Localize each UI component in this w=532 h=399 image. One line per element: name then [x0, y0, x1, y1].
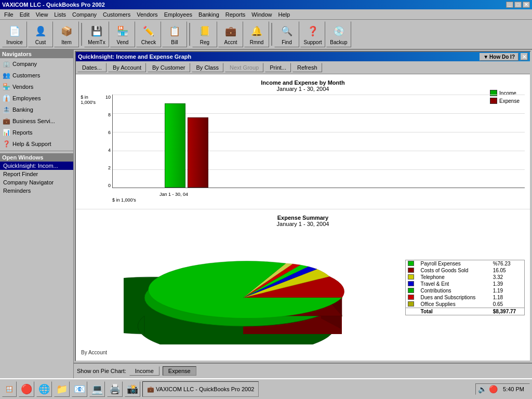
quickinsight-close-button[interactable]: ✕	[521, 53, 528, 60]
toolbar-check[interactable]: ✏️ Check	[136, 21, 161, 47]
nav-company[interactable]: 🏢 Company	[0, 58, 73, 70]
legend-label-telephone: Telephone	[419, 274, 491, 281]
taskbar-icon-2[interactable]: 🌐	[36, 381, 52, 397]
toolbar-vend[interactable]: 🏪 Vend	[110, 21, 135, 47]
toolbar-backup[interactable]: 💿 Backup	[326, 21, 351, 47]
menu-banking[interactable]: Banking	[195, 10, 222, 19]
toolbar-separator-1	[81, 23, 82, 46]
menu-employees[interactable]: Employees	[161, 10, 195, 19]
menu-company[interactable]: Company	[69, 10, 100, 19]
how-do-i-button[interactable]: ▼ How Do I?	[480, 53, 518, 61]
toolbar-separator-3	[271, 23, 272, 46]
y-tick-6: 6	[108, 130, 111, 135]
legend-row-telephone: Telephone 3.32	[406, 274, 525, 281]
y-tick-2: 2	[108, 165, 111, 170]
menu-file[interactable]: File	[1, 10, 17, 19]
toolbar-memtx[interactable]: 💾 MemTx	[84, 21, 109, 47]
expense-toggle-button[interactable]: Expense	[163, 366, 196, 376]
menu-help[interactable]: Help	[275, 10, 293, 19]
taskbar-icon-5[interactable]: 💻	[89, 381, 105, 397]
open-window-report-finder[interactable]: Report Finder	[0, 170, 73, 178]
window-title: VAXICOM LLC - QuickBooks Pro 2002	[2, 2, 105, 8]
by-account-button[interactable]: By Account	[108, 63, 146, 72]
expense-bar-jan	[188, 117, 208, 188]
pie-main-content: Payroll Expenses %76.23 Costs of Goods S…	[81, 227, 525, 348]
toolbar-invoice[interactable]: 📄 Invoice	[2, 21, 27, 47]
help-arrow-icon: ▼	[483, 54, 488, 60]
taskbar-icon-1[interactable]: 🔴	[19, 381, 34, 397]
legend-value-goods-sold: 16.05	[491, 267, 525, 274]
toolbar-item[interactable]: 📦 Item	[54, 21, 79, 47]
taskbar-icon-4[interactable]: 📧	[72, 381, 87, 397]
main-area: Navigators 🏢 Company 👥 Customers 🏪 Vendo…	[0, 50, 532, 378]
nav-vendors[interactable]: 🏪 Vendors	[0, 81, 73, 92]
taskbar-icon-3[interactable]: 📁	[54, 381, 70, 397]
nav-business-services[interactable]: 💼 Business Servi...	[0, 115, 73, 127]
bar-group-jan	[165, 103, 208, 188]
nav-reports[interactable]: 📊 Reports	[0, 127, 73, 138]
toolbar-rmnd[interactable]: 🔔 Rmnd	[244, 21, 269, 47]
open-window-quickinsight[interactable]: QuickInsight: Incom...	[0, 162, 73, 170]
toolbar-bill[interactable]: 📋 Bill	[162, 21, 187, 47]
window-controls[interactable]: _ □ ✕	[506, 2, 530, 8]
minimize-button[interactable]: _	[506, 2, 513, 8]
toolbar-reg[interactable]: 📒 Reg	[192, 21, 217, 47]
employees-nav-icon: 👔	[2, 94, 10, 102]
menu-view[interactable]: View	[33, 10, 51, 19]
maximize-button[interactable]: □	[514, 2, 522, 8]
refresh-button[interactable]: Refresh	[292, 63, 322, 72]
reports-nav-icon: 📊	[2, 128, 10, 137]
window-titlebar: VAXICOM LLC - QuickBooks Pro 2002 _ □ ✕	[0, 0, 532, 9]
menu-customers[interactable]: Customers	[100, 10, 134, 19]
y-tick-4: 4	[108, 148, 111, 153]
legend-label-dues: Dues and Subscriptions	[419, 294, 491, 301]
open-window-company-navigator[interactable]: Company Navigator	[0, 178, 73, 187]
nav-help-support[interactable]: ❓ Help & Support	[0, 138, 73, 150]
invoice-icon: 📄	[7, 24, 22, 38]
legend-color-dues	[408, 295, 414, 300]
toolbar-accnt[interactable]: 💼 Accnt	[218, 21, 243, 47]
nav-banking[interactable]: 🏦 Banking	[0, 104, 73, 115]
nav-customers[interactable]: 👥 Customers	[0, 70, 73, 81]
open-window-reminders[interactable]: Reminders	[0, 187, 73, 195]
bottom-bar: Show on Pie Chart: Income Expense	[74, 363, 532, 378]
legend-color-telephone	[408, 274, 414, 280]
by-customer-button[interactable]: By Customer	[148, 63, 190, 72]
menu-vendors[interactable]: Vendors	[134, 10, 161, 19]
memtx-icon: 💾	[89, 24, 104, 38]
print-button[interactable]: Print...	[265, 63, 291, 72]
reg-icon: 📒	[197, 24, 212, 38]
toolbar-cust[interactable]: 👤 Cust	[28, 21, 53, 47]
volume-icon[interactable]: 🔊	[478, 385, 487, 393]
y-units-label: $ in 1,000's	[112, 197, 525, 203]
start-button[interactable]: 🪟	[2, 381, 17, 397]
toolbar-support[interactable]: ❓ Support	[300, 21, 325, 47]
toolbar-find[interactable]: 🔍 Find	[274, 21, 299, 47]
help-support-nav-icon: ❓	[2, 140, 10, 148]
open-windows-title: Open Windows	[0, 153, 73, 162]
taskbar-icon-7[interactable]: 📸	[125, 381, 140, 397]
legend-label-contributions: Contributions	[419, 287, 491, 294]
by-class-button[interactable]: By Class	[192, 63, 223, 72]
menu-lists[interactable]: Lists	[51, 10, 69, 19]
quickinsight-controls: ▼ How Do I? ✕	[480, 53, 528, 61]
taskbar-app-quickbooks[interactable]: 💼 VAXICOM LLC - QuickBooks Pro 2002	[142, 381, 259, 397]
menu-window[interactable]: Window	[248, 10, 275, 19]
pie-chart-svg	[124, 230, 363, 344]
taskbar-icon-6[interactable]: 🖨️	[107, 381, 123, 397]
customers-nav-icon: 👥	[2, 71, 10, 79]
nav-employees[interactable]: 👔 Employees	[0, 92, 73, 104]
dates-button[interactable]: Dates...	[77, 63, 107, 72]
legend-value-telephone: 3.32	[491, 274, 525, 281]
antivirus-icon[interactable]: 🔴	[489, 385, 498, 393]
menu-edit[interactable]: Edit	[17, 10, 33, 19]
close-button[interactable]: ✕	[523, 2, 530, 8]
menu-reports[interactable]: Reports	[222, 10, 249, 19]
legend-row-contributions: Contributions 1.19	[406, 287, 525, 294]
income-toggle-button[interactable]: Income	[129, 366, 159, 376]
by-account-label: By Account	[81, 350, 525, 355]
pie-chart-subtitle: January 1 - 30, 2004	[81, 221, 525, 227]
support-icon: ❓	[305, 24, 320, 38]
next-group-button[interactable]: Next Group	[225, 63, 263, 72]
windows-logo: 🪟	[6, 386, 13, 393]
